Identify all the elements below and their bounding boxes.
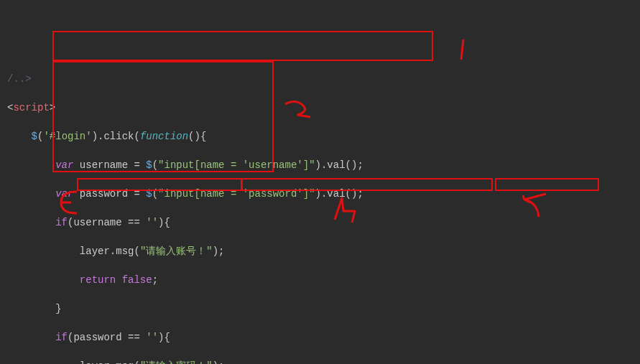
code-line: layer.msg("请输入账号！"); xyxy=(7,244,640,258)
code-line: /..> xyxy=(7,72,640,86)
code-line: $('#login').click(function(){ xyxy=(7,129,640,144)
code-editor-view: /..> <script> $('#login').click(function… xyxy=(0,57,640,364)
code-line: } xyxy=(7,302,640,316)
code-line: return false; xyxy=(7,273,640,287)
code-line: var password = $("input[name = 'password… xyxy=(7,187,640,201)
code-line: layer.msg("请输入密码！"); xyxy=(7,359,640,364)
code-line: <script> xyxy=(7,101,640,115)
code-line: if(password == ''){ xyxy=(7,330,640,345)
partial-text: /..> xyxy=(7,73,32,85)
code-line: var username = $("input[name = 'username… xyxy=(7,158,640,172)
code-line: if(username == ''){ xyxy=(7,215,640,230)
annotation-box-1 xyxy=(52,31,433,61)
